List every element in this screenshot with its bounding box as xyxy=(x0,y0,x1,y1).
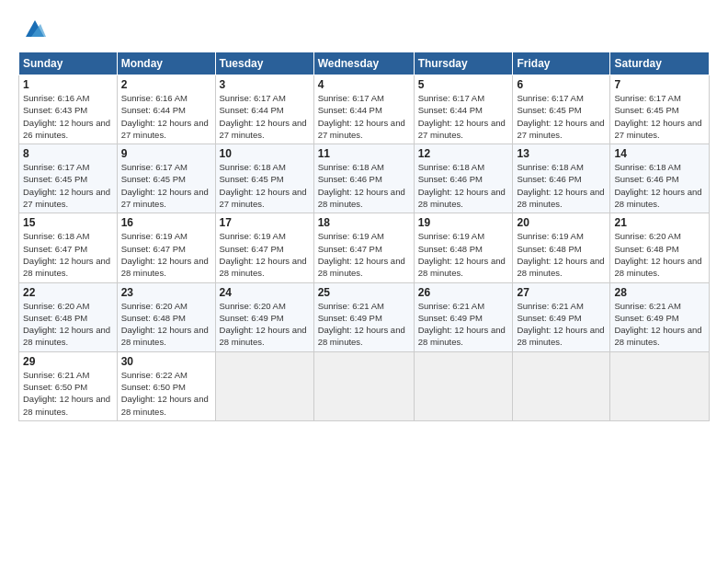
day-info: Sunrise: 6:21 AM Sunset: 6:49 PM Dayligh… xyxy=(418,300,509,349)
day-number: 21 xyxy=(614,216,705,229)
calendar-cell: 15 Sunrise: 6:18 AM Sunset: 6:47 PM Dayl… xyxy=(19,213,118,282)
header xyxy=(18,17,710,42)
day-info: Sunrise: 6:17 AM Sunset: 6:45 PM Dayligh… xyxy=(23,161,113,210)
day-info: Sunrise: 6:18 AM Sunset: 6:46 PM Dayligh… xyxy=(418,161,509,210)
calendar-week-1: 1 Sunrise: 6:16 AM Sunset: 6:43 PM Dayli… xyxy=(19,75,710,144)
day-number: 25 xyxy=(318,286,410,299)
day-number: 27 xyxy=(517,286,606,299)
day-info: Sunrise: 6:20 AM Sunset: 6:49 PM Dayligh… xyxy=(220,300,310,349)
calendar-cell: 13 Sunrise: 6:18 AM Sunset: 6:46 PM Dayl… xyxy=(513,144,610,213)
calendar-cell: 25 Sunrise: 6:21 AM Sunset: 6:49 PM Dayl… xyxy=(313,282,414,351)
day-number: 26 xyxy=(418,286,509,299)
day-number: 1 xyxy=(23,78,113,91)
calendar-header-monday: Monday xyxy=(117,52,215,75)
calendar-cell: 26 Sunrise: 6:21 AM Sunset: 6:49 PM Dayl… xyxy=(414,282,513,351)
calendar-week-3: 15 Sunrise: 6:18 AM Sunset: 6:47 PM Dayl… xyxy=(19,213,710,282)
calendar-cell: 19 Sunrise: 6:19 AM Sunset: 6:48 PM Dayl… xyxy=(414,213,513,282)
day-info: Sunrise: 6:17 AM Sunset: 6:45 PM Dayligh… xyxy=(121,161,211,210)
day-info: Sunrise: 6:17 AM Sunset: 6:45 PM Dayligh… xyxy=(614,92,705,141)
calendar-cell: 24 Sunrise: 6:20 AM Sunset: 6:49 PM Dayl… xyxy=(215,282,313,351)
day-info: Sunrise: 6:21 AM Sunset: 6:49 PM Dayligh… xyxy=(517,300,606,349)
calendar-week-5: 29 Sunrise: 6:21 AM Sunset: 6:50 PM Dayl… xyxy=(19,351,710,420)
calendar-cell: 11 Sunrise: 6:18 AM Sunset: 6:46 PM Dayl… xyxy=(313,144,414,213)
day-number: 7 xyxy=(614,78,705,91)
page: SundayMondayTuesdayWednesdayThursdayFrid… xyxy=(0,0,728,431)
calendar-cell: 16 Sunrise: 6:19 AM Sunset: 6:47 PM Dayl… xyxy=(117,213,215,282)
calendar-cell: 30 Sunrise: 6:22 AM Sunset: 6:50 PM Dayl… xyxy=(117,351,215,420)
calendar-header-thursday: Thursday xyxy=(414,52,513,75)
day-info: Sunrise: 6:19 AM Sunset: 6:47 PM Dayligh… xyxy=(220,230,310,279)
calendar-cell xyxy=(215,351,313,420)
calendar-cell: 21 Sunrise: 6:20 AM Sunset: 6:48 PM Dayl… xyxy=(610,213,710,282)
day-number: 20 xyxy=(517,216,606,229)
calendar-cell: 5 Sunrise: 6:17 AM Sunset: 6:44 PM Dayli… xyxy=(414,75,513,144)
calendar-cell: 18 Sunrise: 6:19 AM Sunset: 6:47 PM Dayl… xyxy=(313,213,414,282)
day-number: 6 xyxy=(517,78,606,91)
day-info: Sunrise: 6:19 AM Sunset: 6:48 PM Dayligh… xyxy=(517,230,606,279)
day-number: 22 xyxy=(23,286,113,299)
calendar-cell xyxy=(313,351,414,420)
day-info: Sunrise: 6:19 AM Sunset: 6:47 PM Dayligh… xyxy=(121,230,211,279)
calendar-cell: 3 Sunrise: 6:17 AM Sunset: 6:44 PM Dayli… xyxy=(215,75,313,144)
calendar-cell xyxy=(414,351,513,420)
day-info: Sunrise: 6:19 AM Sunset: 6:48 PM Dayligh… xyxy=(418,230,509,279)
calendar-cell: 8 Sunrise: 6:17 AM Sunset: 6:45 PM Dayli… xyxy=(19,144,118,213)
calendar-cell: 28 Sunrise: 6:21 AM Sunset: 6:49 PM Dayl… xyxy=(610,282,710,351)
day-number: 3 xyxy=(220,78,310,91)
day-info: Sunrise: 6:21 AM Sunset: 6:50 PM Dayligh… xyxy=(23,369,113,418)
calendar-header-tuesday: Tuesday xyxy=(215,52,313,75)
calendar-cell: 14 Sunrise: 6:18 AM Sunset: 6:46 PM Dayl… xyxy=(610,144,710,213)
day-info: Sunrise: 6:16 AM Sunset: 6:44 PM Dayligh… xyxy=(121,92,211,141)
day-info: Sunrise: 6:17 AM Sunset: 6:44 PM Dayligh… xyxy=(220,92,310,141)
calendar-cell: 1 Sunrise: 6:16 AM Sunset: 6:43 PM Dayli… xyxy=(19,75,118,144)
calendar-cell: 20 Sunrise: 6:19 AM Sunset: 6:48 PM Dayl… xyxy=(513,213,610,282)
day-info: Sunrise: 6:22 AM Sunset: 6:50 PM Dayligh… xyxy=(121,369,211,418)
day-info: Sunrise: 6:18 AM Sunset: 6:45 PM Dayligh… xyxy=(220,161,310,210)
day-info: Sunrise: 6:20 AM Sunset: 6:48 PM Dayligh… xyxy=(614,230,705,279)
day-info: Sunrise: 6:18 AM Sunset: 6:47 PM Dayligh… xyxy=(23,230,113,279)
day-info: Sunrise: 6:21 AM Sunset: 6:49 PM Dayligh… xyxy=(614,300,705,349)
day-number: 28 xyxy=(614,286,705,299)
day-number: 17 xyxy=(220,216,310,229)
day-number: 29 xyxy=(23,355,113,368)
day-info: Sunrise: 6:19 AM Sunset: 6:47 PM Dayligh… xyxy=(318,230,410,279)
calendar-cell: 4 Sunrise: 6:17 AM Sunset: 6:44 PM Dayli… xyxy=(313,75,414,144)
day-number: 16 xyxy=(121,216,211,229)
day-info: Sunrise: 6:17 AM Sunset: 6:44 PM Dayligh… xyxy=(418,92,509,141)
day-info: Sunrise: 6:20 AM Sunset: 6:48 PM Dayligh… xyxy=(121,300,211,349)
day-number: 18 xyxy=(318,216,410,229)
calendar-cell: 10 Sunrise: 6:18 AM Sunset: 6:45 PM Dayl… xyxy=(215,144,313,213)
day-info: Sunrise: 6:18 AM Sunset: 6:46 PM Dayligh… xyxy=(318,161,410,210)
calendar-cell: 23 Sunrise: 6:20 AM Sunset: 6:48 PM Dayl… xyxy=(117,282,215,351)
calendar-header-sunday: Sunday xyxy=(19,52,118,75)
calendar-cell xyxy=(513,351,610,420)
day-number: 10 xyxy=(220,147,310,160)
day-info: Sunrise: 6:18 AM Sunset: 6:46 PM Dayligh… xyxy=(517,161,606,210)
day-info: Sunrise: 6:16 AM Sunset: 6:43 PM Dayligh… xyxy=(23,92,113,141)
day-number: 19 xyxy=(418,216,509,229)
calendar-cell: 27 Sunrise: 6:21 AM Sunset: 6:49 PM Dayl… xyxy=(513,282,610,351)
calendar-cell: 29 Sunrise: 6:21 AM Sunset: 6:50 PM Dayl… xyxy=(19,351,118,420)
day-info: Sunrise: 6:18 AM Sunset: 6:46 PM Dayligh… xyxy=(614,161,705,210)
calendar-cell xyxy=(610,351,710,420)
day-info: Sunrise: 6:17 AM Sunset: 6:45 PM Dayligh… xyxy=(517,92,606,141)
day-number: 12 xyxy=(418,147,509,160)
day-number: 23 xyxy=(121,286,211,299)
day-info: Sunrise: 6:20 AM Sunset: 6:48 PM Dayligh… xyxy=(23,300,113,349)
calendar-header-wednesday: Wednesday xyxy=(313,52,414,75)
day-info: Sunrise: 6:21 AM Sunset: 6:49 PM Dayligh… xyxy=(318,300,410,349)
day-number: 11 xyxy=(318,147,410,160)
day-number: 13 xyxy=(517,147,606,160)
day-number: 24 xyxy=(220,286,310,299)
day-number: 14 xyxy=(614,147,705,160)
calendar-cell: 22 Sunrise: 6:20 AM Sunset: 6:48 PM Dayl… xyxy=(19,282,118,351)
day-number: 9 xyxy=(121,147,211,160)
calendar-table: SundayMondayTuesdayWednesdayThursdayFrid… xyxy=(18,52,710,421)
calendar-cell: 7 Sunrise: 6:17 AM Sunset: 6:45 PM Dayli… xyxy=(610,75,710,144)
calendar-cell: 12 Sunrise: 6:18 AM Sunset: 6:46 PM Dayl… xyxy=(414,144,513,213)
calendar-week-4: 22 Sunrise: 6:20 AM Sunset: 6:48 PM Dayl… xyxy=(19,282,710,351)
calendar-cell: 6 Sunrise: 6:17 AM Sunset: 6:45 PM Dayli… xyxy=(513,75,610,144)
day-info: Sunrise: 6:17 AM Sunset: 6:44 PM Dayligh… xyxy=(318,92,410,141)
logo xyxy=(18,17,48,42)
calendar-header-friday: Friday xyxy=(513,52,610,75)
